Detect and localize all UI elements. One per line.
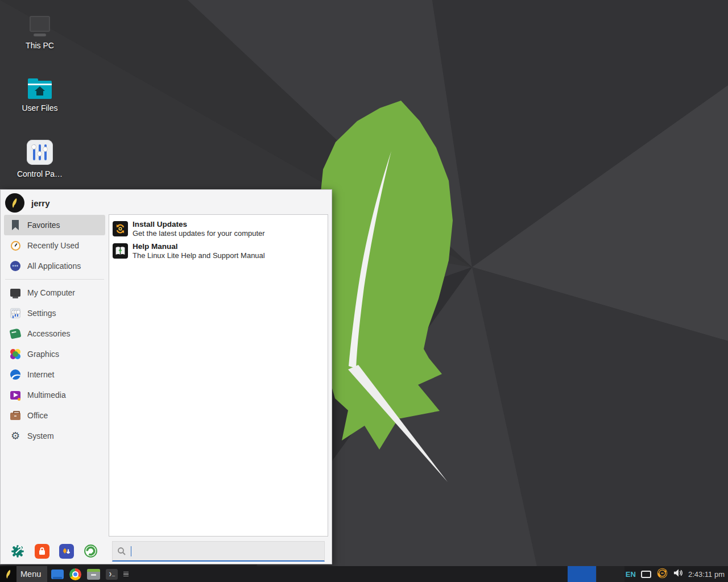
app-description: Get the latest updates for your computer: [133, 229, 265, 238]
desktop-icon-label: Control Pa…: [5, 169, 75, 178]
sidebar-item-favorites[interactable]: Favorites: [4, 215, 105, 235]
taskbar: Menu ❯_ EN: [0, 566, 728, 582]
file-manager-icon[interactable]: [51, 569, 64, 579]
workspace-2[interactable]: [596, 566, 624, 582]
desktop-icon-control-panel[interactable]: Control Pa…: [5, 140, 75, 178]
file-cabinet-icon[interactable]: [87, 569, 100, 580]
menu-button-label: Menu: [16, 566, 47, 582]
linux-lite-feather-icon: [9, 197, 20, 209]
desktop: This PC User Files Control Pa… jerry: [0, 0, 728, 582]
bookmark-icon: [10, 219, 21, 231]
utility-knife-icon: [10, 328, 21, 339]
username: jerry: [31, 198, 50, 208]
settings-manager-icon[interactable]: [10, 543, 25, 559]
clock[interactable]: 2:43:11 pm: [688, 570, 725, 579]
desktop-icon-label: This PC: [5, 41, 75, 50]
sidebar-item-settings[interactable]: Settings: [4, 303, 105, 323]
lock-screen-icon[interactable]: [34, 543, 49, 559]
menu-actions: [10, 543, 98, 559]
menu-app-list: Install Updates Get the latest updates f…: [109, 214, 328, 537]
sidebar-item-office[interactable]: Office: [4, 405, 105, 426]
switch-user-icon[interactable]: [59, 543, 74, 559]
updates-available-icon[interactable]: [656, 567, 668, 581]
monitor-icon: [10, 287, 21, 298]
install-updates-icon: [113, 221, 128, 236]
sidebar-item-graphics[interactable]: Graphics: [4, 344, 105, 364]
sliders-icon: [10, 307, 21, 319]
menu-sidebar: Favorites Recently Used ••• All Applicat…: [4, 215, 105, 446]
apps-grid-icon: •••: [10, 260, 21, 272]
chrome-browser-icon[interactable]: [69, 568, 81, 580]
workspace-switcher: [568, 566, 624, 582]
menu-search[interactable]: [112, 541, 325, 562]
window-list-icon[interactable]: [123, 572, 129, 577]
app-title: Install Updates: [133, 219, 265, 229]
user-avatar[interactable]: [5, 193, 24, 213]
briefcase-icon: [10, 410, 21, 421]
menu-button[interactable]: Menu: [0, 566, 47, 582]
sidebar-item-internet[interactable]: Internet: [4, 364, 105, 385]
help-manual-icon: [113, 243, 128, 259]
keyboard-layout-indicator[interactable]: EN: [626, 570, 636, 579]
volume-icon[interactable]: [673, 568, 683, 580]
quit-icon[interactable]: [83, 543, 98, 559]
display-icon[interactable]: [641, 571, 651, 578]
computer-icon: [27, 16, 53, 36]
sidebar-item-my-computer[interactable]: My Computer: [4, 282, 105, 303]
clock-icon: [10, 240, 21, 251]
menu-header: jerry: [5, 193, 50, 213]
sidebar-item-all-applications[interactable]: ••• All Applications: [4, 256, 105, 276]
app-item-help-manual[interactable]: Help Manual The Linux Lite Help and Supp…: [111, 240, 325, 262]
sidebar-item-recently-used[interactable]: Recently Used: [4, 235, 105, 256]
desktop-icon-this-pc[interactable]: This PC: [5, 16, 75, 50]
control-panel-icon: [27, 140, 53, 165]
sidebar-item-system[interactable]: ⚙ System: [4, 426, 105, 446]
terminal-icon[interactable]: ❯_: [106, 569, 118, 580]
taskbar-launchers: ❯_: [51, 568, 129, 580]
sidebar-item-accessories[interactable]: Accessories: [4, 323, 105, 344]
app-item-install-updates[interactable]: Install Updates Get the latest updates f…: [111, 218, 325, 240]
workspace-1[interactable]: [568, 566, 596, 582]
play-media-icon: [10, 389, 21, 401]
app-description: The Linux Lite Help and Support Manual: [133, 251, 265, 260]
color-wheel-icon: [10, 348, 21, 360]
system-tray: EN 2:43:11 pm: [626, 566, 725, 582]
sidebar-item-multimedia[interactable]: Multimedia: [4, 385, 105, 405]
desktop-icon-label: User Files: [5, 103, 75, 113]
linux-lite-feather-icon: [0, 566, 16, 582]
globe-icon: [10, 369, 21, 380]
home-folder-icon: [27, 78, 53, 99]
whisker-menu: jerry Favorites Recently Used ••• All Ap…: [0, 189, 332, 564]
sidebar-separator: [5, 279, 104, 280]
gear-icon: ⚙: [10, 430, 21, 442]
desktop-icon-user-files[interactable]: User Files: [5, 78, 75, 113]
app-title: Help Manual: [133, 242, 265, 251]
